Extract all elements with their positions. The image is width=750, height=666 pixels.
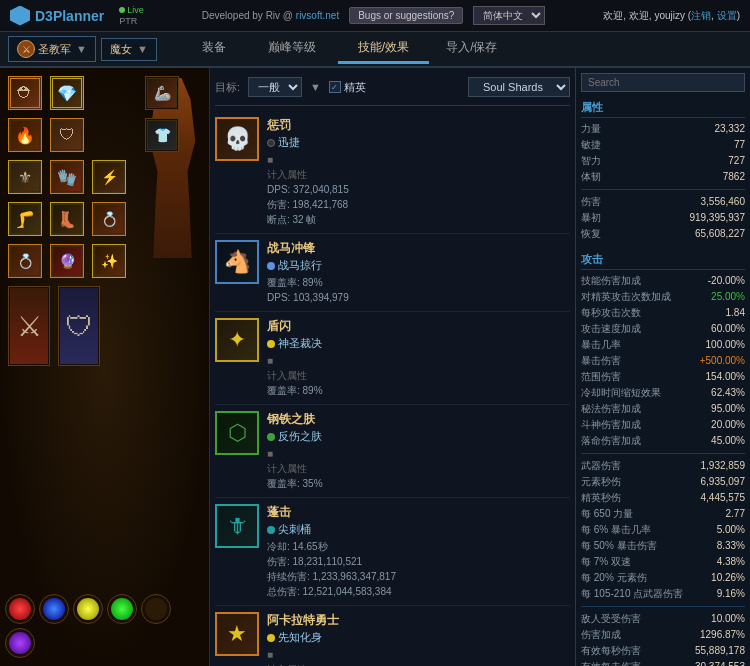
stat-crit-dmg: 暴初 919,395,937 <box>581 210 745 226</box>
slot-wrist[interactable]: ⚜ <box>8 160 42 194</box>
stat-elem-dps: 元素秒伤 6,935,097 <box>581 474 745 490</box>
skill-item-akkarat: ★ 阿卡拉特勇士 先知化身 ■ 计入属性 覆盖率: 100% <box>215 606 570 666</box>
stat-aps: 每秒攻击次数 1.84 <box>581 305 745 321</box>
stat-dexterity: 敏捷 77 <box>581 137 745 153</box>
tab-equipment[interactable]: 装备 <box>182 34 246 64</box>
resource-select[interactable]: Soul Shards <box>468 77 570 97</box>
skill-item-iron-skin: ⬡ 钢铁之肤 反伤之肤 ■ 计入属性 覆盖率: 35% <box>215 405 570 498</box>
slot-main-hand[interactable]: ⚔ <box>8 286 50 366</box>
dev-info: Developed by Riv @ rivsoft.net <box>202 10 339 21</box>
class-icon: ⚔ <box>17 40 35 58</box>
skill-name-punishment: 惩罚 <box>267 117 570 134</box>
elite-label: 精英 <box>344 80 366 95</box>
skills-list: 💀 惩罚 迅捷 ■ 计入属性 DPS: 372,040,815 伤害: 198,… <box>215 111 570 666</box>
main-tabs: 装备 巅峰等级 技能/效果 导入/保存 <box>182 34 513 64</box>
spec-name: 魔女 <box>110 42 132 57</box>
gem-slot-2[interactable] <box>39 594 69 624</box>
slot-back[interactable]: 🔥 <box>8 118 42 152</box>
gem-slot-4[interactable] <box>107 594 137 624</box>
slot-head[interactable]: ⛑ <box>8 76 42 110</box>
character-panel: ⛑ 💎 🔥 🛡 ⚜ 🧤 ⚡ 🦵 👢 <box>0 68 210 666</box>
slot-legs[interactable]: 🦵 <box>8 202 42 236</box>
skill-rune-shield-glare: 神圣裁决 <box>267 336 570 351</box>
gem-slot-3[interactable] <box>73 594 103 624</box>
skill-stats-akkarat: ■ 计入属性 覆盖率: 100% <box>267 647 570 666</box>
offense-title: 攻击 <box>581 250 745 270</box>
dev-link[interactable]: rivsoft.net <box>296 10 339 21</box>
skill-icon-punishment[interactable]: 💀 <box>215 117 259 161</box>
main-area: ⛑ 💎 🔥 🛡 ⚜ 🧤 ⚡ 🦵 👢 <box>0 68 750 666</box>
stat-vitality: 体韧 7862 <box>581 169 745 185</box>
slot-ring2[interactable]: 💍 <box>8 244 42 278</box>
skill-icon-charge[interactable]: 🐴 <box>215 240 259 284</box>
stat-str-per-650: 每 650 力量 2.77 <box>581 506 745 522</box>
stat-elite-dmg-bonus: 对精英攻击次数加成 25.00% <box>581 289 745 305</box>
stat-sacred-dmg: 斗神伤害加成 20.00% <box>581 417 745 433</box>
slot-trinket1[interactable]: 🔮 <box>50 244 84 278</box>
stat-enemy-recv: 敌人受受伤害 10.00% <box>581 611 745 627</box>
stats-panel: 属性 力量 23,332 敏捷 77 智力 727 体韧 7862 伤害 3,5… <box>575 68 750 666</box>
tab-import[interactable]: 导入/保存 <box>431 34 512 64</box>
stat-sep-3 <box>581 606 745 607</box>
skill-stats-charge: 覆盖率: 89% DPS: 103,394,979 <box>267 275 570 305</box>
language-select[interactable]: 简体中文 English <box>473 6 545 25</box>
logo-shield-icon <box>10 6 30 26</box>
class-name: 圣教军 <box>38 42 71 57</box>
gem-slot-1[interactable] <box>5 594 35 624</box>
live-status: Live <box>119 5 144 16</box>
skill-rune-akkarat: 先知化身 <box>267 630 570 645</box>
slot-neck[interactable]: 💎 <box>50 76 84 110</box>
search-input[interactable] <box>581 73 745 92</box>
elite-checkbox[interactable]: ✓ 精英 <box>329 80 366 95</box>
skill-item-charge: 🐴 战马冲锋 战马掠行 覆盖率: 89% DPS: 103,394,979 <box>215 234 570 312</box>
gem-slot-5[interactable] <box>141 594 171 624</box>
skill-rune-bash: 尖刺桶 <box>267 522 570 537</box>
spec-selector[interactable]: 魔女 ▼ <box>101 38 157 61</box>
slot-feet[interactable]: 👢 <box>50 202 84 236</box>
logo[interactable]: D3Planner <box>10 6 104 26</box>
stat-dmg-bonus-total: 伤害加成 1296.87% <box>581 627 745 643</box>
stat-intelligence: 智力 727 <box>581 153 745 169</box>
stat-crit-damage: 暴击伤害 +500.00% <box>581 353 745 369</box>
slot-shoulder[interactable]: 🦾 <box>145 76 179 110</box>
target-select[interactable]: 一般 <box>248 77 302 97</box>
stat-attack-speed: 攻击速度加成 60.00% <box>581 321 745 337</box>
slot-ring1[interactable]: 💍 <box>92 202 126 236</box>
settings-link[interactable]: 设置 <box>717 10 737 21</box>
stat-elem-per-20: 每 20% 元素伤 10.26% <box>581 570 745 586</box>
slot-off-hand[interactable]: 🛡 <box>58 286 100 366</box>
tab-paragon[interactable]: 巅峰等级 <box>248 34 336 64</box>
skill-name-akkarat: 阿卡拉特勇士 <box>267 612 570 629</box>
slot-waist[interactable]: ⚡ <box>92 160 126 194</box>
logout-link[interactable]: 注销 <box>691 10 711 21</box>
offense-section: 攻击 技能伤害加成 -20.00% 对精英攻击次数加成 25.00% 每秒攻击次… <box>581 250 745 666</box>
stat-recovery: 恢复 65,608,227 <box>581 226 745 242</box>
secondary-navigation: ⚔ 圣教军 ▼ 魔女 ▼ 装备 巅峰等级 技能/效果 导入/保存 <box>0 32 750 68</box>
bug-report-button[interactable]: Bugs or suggestions? <box>349 7 463 24</box>
slot-trinket2[interactable]: ✨ <box>92 244 126 278</box>
skill-name-shield-glare: 盾闪 <box>267 318 570 335</box>
slot-hands[interactable]: 🧤 <box>50 160 84 194</box>
stat-wdmg-per-105: 每 105-210 点武器伤害 9.16% <box>581 586 745 602</box>
skill-rune-punishment: 迅捷 <box>267 135 570 150</box>
stat-damage: 伤害 3,556,460 <box>581 194 745 210</box>
slot-shirt[interactable]: 👕 <box>145 118 179 152</box>
elite-check-icon: ✓ <box>329 81 341 93</box>
class-selector[interactable]: ⚔ 圣教军 ▼ <box>8 36 96 62</box>
skill-icon-akkarat[interactable]: ★ <box>215 612 259 656</box>
skill-icon-iron-skin[interactable]: ⬡ <box>215 411 259 455</box>
skill-icon-bash[interactable]: 🗡 <box>215 504 259 548</box>
skill-item-shield-glare: ✦ 盾闪 神圣裁决 ■ 计入属性 覆盖率: 89% <box>215 312 570 405</box>
server-status: Live PTR <box>119 5 144 27</box>
gem-slot-6[interactable] <box>5 628 35 658</box>
stat-sep-2 <box>581 453 745 454</box>
top-navigation: D3Planner Live PTR Developed by Riv @ ri… <box>0 0 750 32</box>
skill-name-iron-skin: 钢铁之肤 <box>267 411 570 428</box>
skill-item-punishment: 💀 惩罚 迅捷 ■ 计入属性 DPS: 372,040,815 伤害: 198,… <box>215 111 570 234</box>
skill-name-charge: 战马冲锋 <box>267 240 570 257</box>
stat-skill-dmg-bonus: 技能伤害加成 -20.00% <box>581 273 745 289</box>
tab-skills[interactable]: 技能/效果 <box>338 34 429 64</box>
skill-icon-shield-glare[interactable]: ✦ <box>215 318 259 362</box>
slot-chest[interactable]: 🛡 <box>50 118 84 152</box>
stat-area-dmg: 范围伤害 154.00% <box>581 369 745 385</box>
